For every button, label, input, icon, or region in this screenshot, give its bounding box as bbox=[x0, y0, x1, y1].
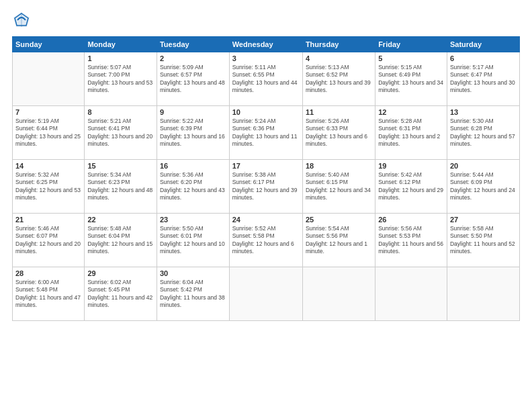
calendar-header-row: SundayMondayTuesdayWednesdayThursdayFrid… bbox=[13, 37, 520, 52]
day-number: 20 bbox=[450, 162, 517, 170]
calendar-week-row: 7Sunrise: 5:19 AMSunset: 6:44 PMDaylight… bbox=[13, 106, 520, 160]
day-number: 7 bbox=[15, 108, 81, 116]
weekday-header: Friday bbox=[375, 37, 447, 52]
day-number: 17 bbox=[232, 162, 300, 170]
day-number: 28 bbox=[15, 269, 81, 277]
day-info: Sunrise: 5:17 AMSunset: 6:47 PMDaylight:… bbox=[450, 64, 517, 95]
calendar-week-row: 21Sunrise: 5:46 AMSunset: 6:07 PMDayligh… bbox=[13, 214, 520, 267]
calendar-cell: 4Sunrise: 5:13 AMSunset: 6:52 PMDaylight… bbox=[302, 52, 375, 106]
calendar-cell: 19Sunrise: 5:42 AMSunset: 6:12 PMDayligh… bbox=[375, 160, 447, 214]
calendar-cell bbox=[447, 267, 519, 321]
calendar-cell: 28Sunrise: 6:00 AMSunset: 5:48 PMDayligh… bbox=[13, 267, 85, 321]
day-info: Sunrise: 5:56 AMSunset: 5:53 PMDaylight:… bbox=[378, 225, 444, 256]
day-info: Sunrise: 6:02 AMSunset: 5:45 PMDaylight:… bbox=[87, 279, 154, 310]
calendar-cell: 5Sunrise: 5:15 AMSunset: 6:49 PMDaylight… bbox=[375, 52, 447, 106]
page: SundayMondayTuesdayWednesdayThursdayFrid… bbox=[0, 0, 532, 411]
calendar-cell: 6Sunrise: 5:17 AMSunset: 6:47 PMDaylight… bbox=[447, 52, 519, 106]
day-info: Sunrise: 5:40 AMSunset: 6:15 PMDaylight:… bbox=[306, 171, 372, 202]
day-info: Sunrise: 5:21 AMSunset: 6:41 PMDaylight:… bbox=[87, 118, 154, 148]
day-number: 18 bbox=[306, 162, 372, 170]
day-number: 22 bbox=[87, 216, 154, 224]
weekday-header: Tuesday bbox=[157, 37, 229, 52]
weekday-header: Monday bbox=[85, 37, 157, 52]
day-number: 4 bbox=[306, 54, 372, 62]
day-number: 9 bbox=[160, 108, 226, 116]
calendar-cell bbox=[13, 52, 85, 106]
calendar-week-row: 1Sunrise: 5:07 AMSunset: 7:00 PMDaylight… bbox=[13, 52, 520, 106]
day-info: Sunrise: 5:28 AMSunset: 6:31 PMDaylight:… bbox=[378, 118, 444, 148]
day-info: Sunrise: 5:22 AMSunset: 6:39 PMDaylight:… bbox=[160, 118, 226, 148]
calendar-week-row: 14Sunrise: 5:32 AMSunset: 6:25 PMDayligh… bbox=[13, 160, 520, 214]
day-number: 2 bbox=[160, 54, 226, 62]
calendar-cell: 14Sunrise: 5:32 AMSunset: 6:25 PMDayligh… bbox=[13, 160, 85, 214]
logo-icon bbox=[12, 11, 31, 30]
calendar-cell bbox=[302, 267, 375, 321]
day-info: Sunrise: 5:09 AMSunset: 6:57 PMDaylight:… bbox=[160, 64, 226, 95]
day-info: Sunrise: 6:04 AMSunset: 5:42 PMDaylight:… bbox=[160, 279, 226, 310]
day-info: Sunrise: 5:44 AMSunset: 6:09 PMDaylight:… bbox=[450, 171, 517, 202]
day-info: Sunrise: 5:26 AMSunset: 6:33 PMDaylight:… bbox=[306, 118, 372, 148]
calendar-cell: 21Sunrise: 5:46 AMSunset: 6:07 PMDayligh… bbox=[13, 214, 85, 267]
calendar-cell: 27Sunrise: 5:58 AMSunset: 5:50 PMDayligh… bbox=[447, 214, 519, 267]
day-number: 5 bbox=[378, 54, 444, 62]
day-number: 12 bbox=[378, 108, 444, 116]
day-info: Sunrise: 6:00 AMSunset: 5:48 PMDaylight:… bbox=[15, 279, 81, 310]
day-number: 25 bbox=[306, 216, 372, 224]
day-info: Sunrise: 5:38 AMSunset: 6:17 PMDaylight:… bbox=[232, 171, 300, 202]
calendar-cell: 13Sunrise: 5:30 AMSunset: 6:28 PMDayligh… bbox=[447, 106, 519, 160]
day-number: 27 bbox=[450, 216, 517, 224]
day-number: 1 bbox=[87, 54, 154, 62]
calendar-cell: 26Sunrise: 5:56 AMSunset: 5:53 PMDayligh… bbox=[375, 214, 447, 267]
calendar-cell: 16Sunrise: 5:36 AMSunset: 6:20 PMDayligh… bbox=[157, 160, 229, 214]
weekday-header: Thursday bbox=[302, 37, 375, 52]
day-info: Sunrise: 5:30 AMSunset: 6:28 PMDaylight:… bbox=[450, 118, 517, 148]
day-info: Sunrise: 5:48 AMSunset: 6:04 PMDaylight:… bbox=[87, 225, 154, 256]
day-info: Sunrise: 5:34 AMSunset: 6:23 PMDaylight:… bbox=[87, 171, 154, 202]
day-number: 23 bbox=[160, 216, 226, 224]
calendar-cell: 12Sunrise: 5:28 AMSunset: 6:31 PMDayligh… bbox=[375, 106, 447, 160]
calendar-cell: 7Sunrise: 5:19 AMSunset: 6:44 PMDaylight… bbox=[13, 106, 85, 160]
calendar-cell: 29Sunrise: 6:02 AMSunset: 5:45 PMDayligh… bbox=[85, 267, 157, 321]
day-info: Sunrise: 5:24 AMSunset: 6:36 PMDaylight:… bbox=[232, 118, 300, 148]
calendar-cell: 2Sunrise: 5:09 AMSunset: 6:57 PMDaylight… bbox=[157, 52, 229, 106]
day-info: Sunrise: 5:46 AMSunset: 6:07 PMDaylight:… bbox=[15, 225, 81, 256]
day-number: 16 bbox=[160, 162, 226, 170]
day-number: 30 bbox=[160, 269, 226, 277]
day-info: Sunrise: 5:07 AMSunset: 7:00 PMDaylight:… bbox=[87, 64, 154, 95]
day-info: Sunrise: 5:11 AMSunset: 6:55 PMDaylight:… bbox=[232, 64, 300, 95]
day-info: Sunrise: 5:32 AMSunset: 6:25 PMDaylight:… bbox=[15, 171, 81, 202]
weekday-header: Saturday bbox=[447, 37, 519, 52]
calendar-table: SundayMondayTuesdayWednesdayThursdayFrid… bbox=[12, 36, 520, 321]
day-number: 24 bbox=[232, 216, 300, 224]
day-number: 26 bbox=[378, 216, 444, 224]
day-info: Sunrise: 5:13 AMSunset: 6:52 PMDaylight:… bbox=[306, 64, 372, 95]
calendar-cell: 17Sunrise: 5:38 AMSunset: 6:17 PMDayligh… bbox=[229, 160, 302, 214]
day-number: 3 bbox=[232, 54, 300, 62]
day-info: Sunrise: 5:42 AMSunset: 6:12 PMDaylight:… bbox=[378, 171, 444, 202]
day-number: 8 bbox=[87, 108, 154, 116]
calendar-cell: 23Sunrise: 5:50 AMSunset: 6:01 PMDayligh… bbox=[157, 214, 229, 267]
calendar-cell: 25Sunrise: 5:54 AMSunset: 5:56 PMDayligh… bbox=[302, 214, 375, 267]
day-number: 14 bbox=[15, 162, 81, 170]
calendar-cell: 11Sunrise: 5:26 AMSunset: 6:33 PMDayligh… bbox=[302, 106, 375, 160]
day-number: 29 bbox=[87, 269, 154, 277]
day-number: 6 bbox=[450, 54, 517, 62]
weekday-header: Sunday bbox=[13, 37, 85, 52]
logo bbox=[12, 11, 34, 30]
day-number: 15 bbox=[87, 162, 154, 170]
day-number: 11 bbox=[306, 108, 372, 116]
calendar-cell: 3Sunrise: 5:11 AMSunset: 6:55 PMDaylight… bbox=[229, 52, 302, 106]
calendar-cell: 9Sunrise: 5:22 AMSunset: 6:39 PMDaylight… bbox=[157, 106, 229, 160]
calendar-cell: 8Sunrise: 5:21 AMSunset: 6:41 PMDaylight… bbox=[85, 106, 157, 160]
calendar-cell: 22Sunrise: 5:48 AMSunset: 6:04 PMDayligh… bbox=[85, 214, 157, 267]
day-info: Sunrise: 5:50 AMSunset: 6:01 PMDaylight:… bbox=[160, 225, 226, 256]
calendar-cell: 18Sunrise: 5:40 AMSunset: 6:15 PMDayligh… bbox=[302, 160, 375, 214]
calendar-cell bbox=[229, 267, 302, 321]
day-info: Sunrise: 5:58 AMSunset: 5:50 PMDaylight:… bbox=[450, 225, 517, 256]
calendar-cell bbox=[375, 267, 447, 321]
day-info: Sunrise: 5:54 AMSunset: 5:56 PMDaylight:… bbox=[306, 225, 372, 256]
day-number: 21 bbox=[15, 216, 81, 224]
calendar-cell: 24Sunrise: 5:52 AMSunset: 5:58 PMDayligh… bbox=[229, 214, 302, 267]
day-number: 10 bbox=[232, 108, 300, 116]
weekday-header: Wednesday bbox=[229, 37, 302, 52]
